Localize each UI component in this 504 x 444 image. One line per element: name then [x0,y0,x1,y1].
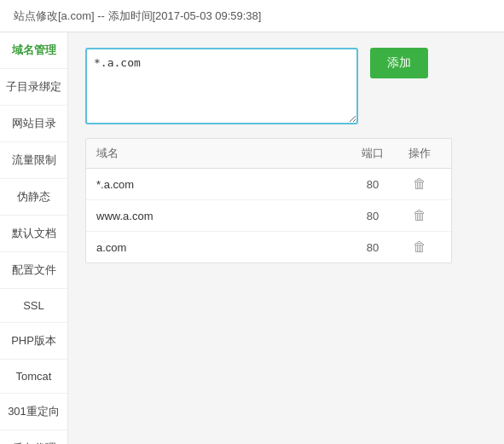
sidebar-item-pseudo-static[interactable]: 伪静态 [0,179,67,216]
sidebar-item-ssl[interactable]: SSL [0,289,67,323]
sidebar-item-reverse-proxy[interactable]: 反向代理 [0,430,67,444]
delete-icon[interactable]: 🗑 [413,239,426,255]
delete-icon[interactable]: 🗑 [413,176,426,192]
cell-domain: www.a.com [96,210,347,222]
delete-button[interactable]: 🗑 [398,176,441,192]
table-header: 域名 端口 操作 [86,139,451,169]
domain-table: 域名 端口 操作 *.a.com 80 🗑 www.a.com 80 🗑 a.c… [85,138,452,263]
sidebar-item-default-doc[interactable]: 默认文档 [0,216,67,252]
main-content: 添加 域名 端口 操作 *.a.com 80 🗑 www.a.com 80 🗑 … [68,32,504,444]
page-title: 站点修改[a.com] -- 添加时间[2017-05-03 09:59:38] [14,9,261,24]
sidebar-item-subdir-bind[interactable]: 子目录绑定 [0,69,67,106]
cell-domain: a.com [96,241,347,254]
sidebar: 域名管理子目录绑定网站目录流量限制伪静态默认文档配置文件SSLPHP版本Tomc… [0,32,68,444]
sidebar-item-php-version[interactable]: PHP版本 [0,323,67,360]
sidebar-item-website-dir[interactable]: 网站目录 [0,106,67,142]
cell-domain: *.a.com [96,178,347,191]
add-button[interactable]: 添加 [370,48,428,78]
sidebar-item-config-file[interactable]: 配置文件 [0,252,67,289]
table-row: www.a.com 80 🗑 [86,200,451,232]
sidebar-item-traffic-limit[interactable]: 流量限制 [0,142,67,179]
delete-button[interactable]: 🗑 [398,208,441,223]
delete-button[interactable]: 🗑 [398,239,441,255]
col-header-action: 操作 [398,146,441,161]
col-header-domain: 域名 [96,146,347,161]
table-body: *.a.com 80 🗑 www.a.com 80 🗑 a.com 80 🗑 [86,169,451,262]
table-row: a.com 80 🗑 [86,232,451,262]
domain-textarea[interactable] [85,48,358,124]
cell-port: 80 [347,178,398,191]
cell-port: 80 [347,210,398,222]
sidebar-item-redirect-301[interactable]: 301重定向 [0,394,67,430]
col-header-port: 端口 [347,146,398,161]
delete-icon[interactable]: 🗑 [413,208,426,223]
sidebar-item-tomcat[interactable]: Tomcat [0,360,67,394]
table-row: *.a.com 80 🗑 [86,169,451,200]
cell-port: 80 [347,241,398,254]
sidebar-item-domain-mgmt[interactable]: 域名管理 [0,32,67,69]
domain-input-row: 添加 [85,48,487,124]
